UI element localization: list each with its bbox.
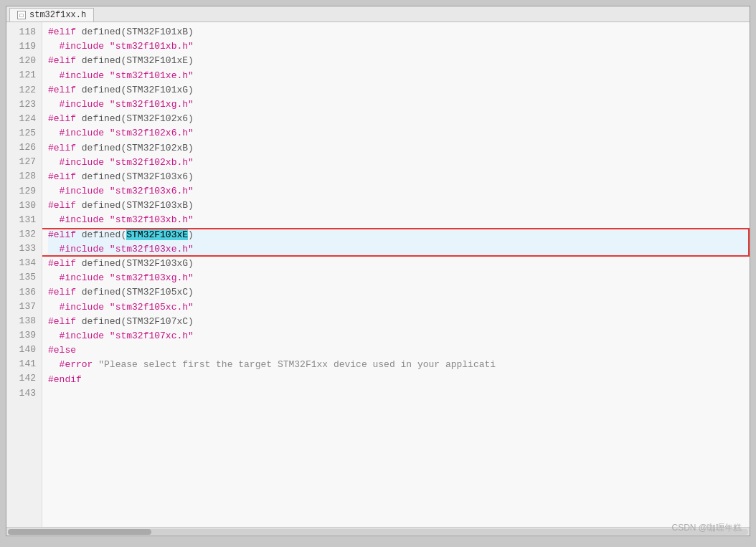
code-line: #include "stm32f102x6.h" <box>48 126 750 141</box>
line-number: 131 <box>6 213 42 227</box>
code-line: #include "stm32f103xg.h" <box>48 271 750 285</box>
line-number: 128 <box>6 169 42 184</box>
line-number: 130 <box>6 199 42 213</box>
line-number: 118 <box>6 25 42 39</box>
code-line: #elif defined(STM32F103x6) <box>48 170 750 184</box>
code-line: #elif defined(STM32F102xB) <box>48 141 750 156</box>
line-number: 141 <box>6 357 42 371</box>
line-number: 121 <box>6 68 42 82</box>
code-line: #include "stm32f101xg.h" <box>48 97 750 112</box>
line-number: 125 <box>6 126 42 141</box>
code-line: #elif defined(STM32F105xC) <box>48 285 750 300</box>
code-line <box>48 387 750 401</box>
line-number: 133 <box>6 242 42 256</box>
code-line: #elif defined(STM32F107xC) <box>48 315 750 329</box>
tab-label: stm32f1xx.h <box>29 10 86 20</box>
line-number: 138 <box>6 314 42 328</box>
line-number: 134 <box>6 256 42 270</box>
file-icon: □ <box>17 11 26 19</box>
line-number: 143 <box>6 386 42 401</box>
line-number: 120 <box>6 54 42 68</box>
line-number: 127 <box>6 155 42 169</box>
line-number: 123 <box>6 97 42 112</box>
line-number: 132 <box>6 227 42 242</box>
line-number: 140 <box>6 343 42 357</box>
code-lines[interactable]: #elif defined(STM32F101xB) #include "stm… <box>42 22 750 527</box>
line-number: 126 <box>6 141 42 155</box>
code-line: #include "stm32f103x6.h" <box>48 184 750 199</box>
horizontal-scrollbar[interactable] <box>6 527 750 536</box>
line-number: 136 <box>6 285 42 300</box>
line-number: 129 <box>6 184 42 199</box>
code-line: #else <box>48 343 750 358</box>
code-line: #include "stm32f103xe.h" <box>48 242 750 257</box>
code-line: #elif defined(STM32F103xB) <box>48 199 750 213</box>
code-line: #error "Please select first the target S… <box>48 358 750 372</box>
line-number: 122 <box>6 83 42 97</box>
line-number: 139 <box>6 328 42 343</box>
scrollbar-thumb[interactable] <box>8 529 151 535</box>
code-area: 1181191201211221231241251261271281291301… <box>6 22 750 536</box>
code-line: #elif defined(STM32F102x6) <box>48 112 750 126</box>
file-tab[interactable]: □ stm32f1xx.h <box>9 8 94 22</box>
editor-window: □ stm32f1xx.h 11811912012112212312412512… <box>6 6 750 536</box>
tab-bar: □ stm32f1xx.h <box>6 6 750 22</box>
code-line: #elif defined(STM32F101xE) <box>48 54 750 68</box>
line-numbers: 1181191201211221231241251261271281291301… <box>6 22 42 527</box>
line-number: 137 <box>6 300 42 314</box>
line-number: 135 <box>6 270 42 285</box>
code-content: 1181191201211221231241251261271281291301… <box>6 22 750 527</box>
code-line: #include "stm32f107xc.h" <box>48 329 750 343</box>
watermark: CSDN @咖喱年糕 <box>671 522 742 534</box>
code-line: #include "stm32f102xb.h" <box>48 156 750 170</box>
scrollbar-track <box>8 529 748 535</box>
code-line: #elif defined(STM32F101xG) <box>48 83 750 97</box>
line-number: 119 <box>6 39 42 54</box>
code-line: #include "stm32f101xe.h" <box>48 69 750 83</box>
line-number: 142 <box>6 371 42 386</box>
code-line: #elif defined(STM32F103xE) <box>48 228 750 242</box>
code-line: #endif <box>48 373 750 387</box>
code-line: #include "stm32f101xb.h" <box>48 39 750 54</box>
code-line: #elif defined(STM32F103xG) <box>48 257 750 271</box>
line-number: 124 <box>6 112 42 126</box>
code-line: #include "stm32f103xb.h" <box>48 213 750 227</box>
code-line: #include "stm32f105xc.h" <box>48 300 750 315</box>
code-line: #elif defined(STM32F101xB) <box>48 25 750 39</box>
